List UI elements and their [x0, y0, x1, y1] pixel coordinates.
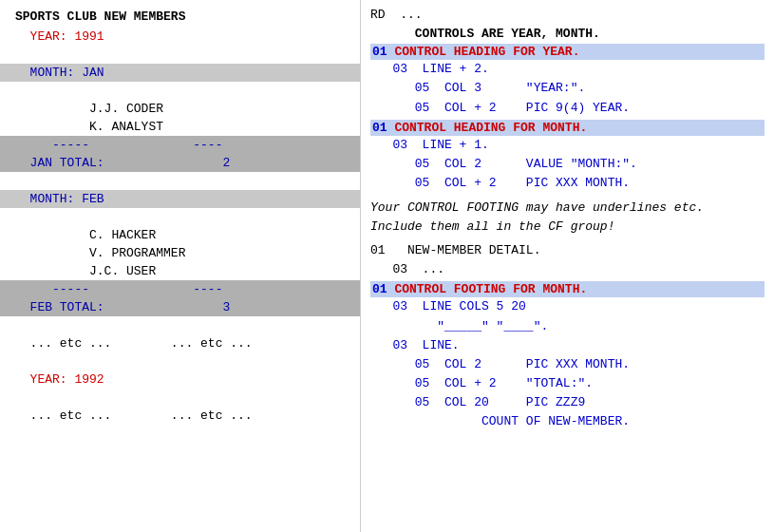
- cf-note: Your CONTROL FOOTING may have underlines…: [370, 199, 741, 236]
- ch-year-col3: 05 COL 3 "YEAR:".: [370, 79, 765, 98]
- ch-year-col2: 05 COL + 2 PIC 9(4) YEAR.: [370, 99, 765, 118]
- ch-month-col2b: 05 COL + 2 PIC XXX MONTH.: [370, 174, 765, 193]
- feb-total: FEB TOTAL: 3: [0, 298, 360, 316]
- ch-month-line1: 03 LINE + 1.: [370, 136, 765, 155]
- member-jj-coder: J.J. CODER: [0, 100, 360, 118]
- cf-underlines: "_____" "____".: [370, 317, 765, 336]
- cf-col20: 05 COL 20 PIC ZZZ9: [370, 393, 765, 412]
- month-jan-header: MONTH: JAN: [0, 64, 360, 82]
- controls-comment: CONTROLS ARE YEAR, MONTH.: [370, 25, 765, 44]
- etc-line-2: ... etc ... ... etc ...: [0, 407, 360, 425]
- etc-line-1: ... etc ... ... etc ...: [0, 334, 360, 352]
- month-feb-header: MONTH: FEB: [0, 190, 360, 208]
- member-jc-user: J.C. USER: [0, 262, 360, 280]
- spacer-4: [0, 208, 360, 226]
- ch-month-banner: 01 CONTROL HEADING FOR MONTH.: [370, 120, 765, 136]
- member-c-hacker: C. HACKER: [0, 226, 360, 244]
- rd-line: RD ...: [370, 6, 765, 25]
- cf-count: COUNT OF NEW-MEMBER.: [370, 412, 765, 431]
- year-1991: YEAR: 1991: [0, 28, 360, 46]
- feb-divider: ----- ----: [0, 280, 360, 298]
- jan-divider: ----- ----: [0, 136, 360, 154]
- left-title: SPORTS CLUB NEW MEMBERS: [0, 8, 360, 28]
- spacer-1: [0, 46, 360, 64]
- ch-month-col2: 05 COL 2 VALUE "MONTH:".: [370, 155, 765, 174]
- member-k-analyst: K. ANALYST: [0, 118, 360, 136]
- spacer-6: [0, 352, 360, 370]
- detail-line: 01 NEW-MEMBER DETAIL.: [370, 241, 765, 260]
- detail-dots: 03 ...: [370, 260, 765, 279]
- year-1992: YEAR: 1992: [0, 370, 360, 389]
- member-v-programmer: V. PROGRAMMER: [0, 244, 360, 262]
- spacer-3: [0, 172, 360, 190]
- jan-total: JAN TOTAL: 2: [0, 154, 360, 172]
- cf-month-banner: 01 CONTROL FOOTING FOR MONTH.: [370, 281, 765, 297]
- spacer-5: [0, 316, 360, 334]
- ch-year-banner: 01 CONTROL HEADING FOR YEAR.: [370, 44, 765, 60]
- left-panel: SPORTS CLUB NEW MEMBERS YEAR: 1991 MONTH…: [0, 0, 361, 532]
- spacer-7: [0, 389, 360, 407]
- cf-line-cols: 03 LINE COLS 5 20: [370, 297, 765, 316]
- ch-year-line1: 03 LINE + 2.: [370, 60, 765, 79]
- cf-col2-total: 05 COL + 2 "TOTAL:".: [370, 374, 765, 393]
- spacer-2: [0, 82, 360, 100]
- right-panel: RD ... CONTROLS ARE YEAR, MONTH. 01 CONT…: [361, 0, 774, 532]
- cf-col2-month: 05 COL 2 PIC XXX MONTH.: [370, 355, 765, 374]
- cf-line: 03 LINE.: [370, 336, 765, 355]
